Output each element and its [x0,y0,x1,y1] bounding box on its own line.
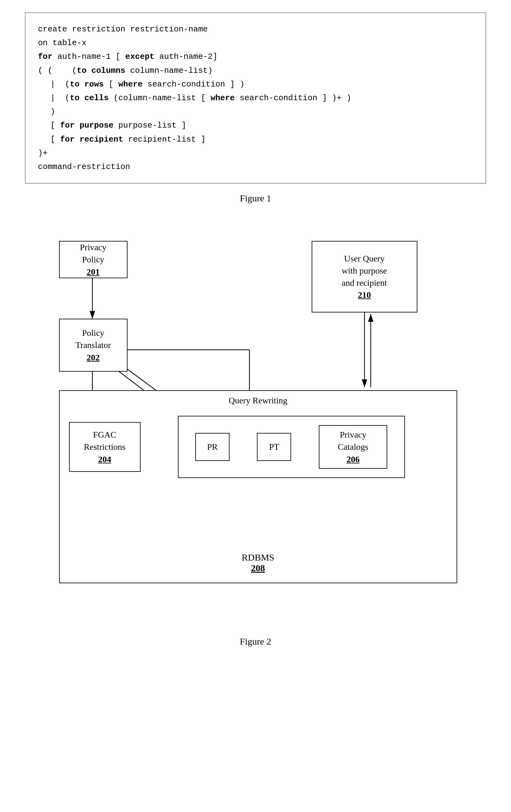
user-query-box: User Querywith purposeand recipient 210 [312,241,417,313]
code-line-9: [ for recipient recipient-list ] [38,133,473,146]
policy-translator-box: PolicyTranslator 202 [59,319,127,372]
privacy-catalogs-box: PrivacyCatalogs 206 [319,425,387,469]
code-line-3: for auth-name-1 [ except auth-name-2] [38,50,473,63]
rdbms-label: RDBMS208 [242,552,274,573]
code-line-1: create restriction restriction-name [38,22,473,36]
diagram-container: PrivacyPolicy 201 PolicyTranslator 202 U… [38,222,473,627]
pr-label: PR [207,441,218,453]
figure2-wrapper: PrivacyPolicy 201 PolicyTranslator 202 U… [25,222,486,647]
code-line-5: | (to rows [ where search-condition ] ) [38,78,473,91]
figure1-code-block: create restriction restriction-name on t… [25,12,486,184]
fgac-restrictions-number: 204 [98,453,111,465]
pt-label: PT [269,441,279,453]
fgac-restrictions-box: FGACRestrictions 204 [69,422,141,472]
code-line-7: ) [38,105,473,119]
code-line-11: command-restriction [38,160,473,174]
query-rewriting-label: Query Rewriting [229,396,288,406]
rdbms-outer-box: Query Rewriting FGACRestrictions 204 PR … [59,390,457,583]
rdbms-number: 208 [251,563,265,573]
code-line-10: )+ [38,146,473,160]
figure2-caption: Figure 2 [240,636,271,647]
user-query-number: 210 [358,289,371,301]
fgac-restrictions-label: FGACRestrictions [84,429,126,453]
privacy-catalogs-label: PrivacyCatalogs [338,429,368,453]
code-line-8: [ for purpose purpose-list ] [38,119,473,132]
privacy-policy-number: 201 [87,266,100,278]
code-line-4: ( ( (to columns column-name-list) [38,64,473,78]
policy-translator-number: 202 [87,351,100,364]
figure1-caption: Figure 1 [25,193,486,204]
privacy-policy-box: PrivacyPolicy 201 [59,241,127,278]
policy-translator-label: PolicyTranslator [75,327,111,351]
code-line-6: | (to cells (column-name-list [ where se… [38,91,473,105]
privacy-policy-label: PrivacyPolicy [80,241,107,265]
code-line-2: on table-x [38,36,473,50]
user-query-label: User Querywith purposeand recipient [342,253,387,289]
pt-box: PT [257,433,291,461]
pr-box: PR [195,433,230,461]
privacy-catalogs-number: 206 [347,453,360,465]
